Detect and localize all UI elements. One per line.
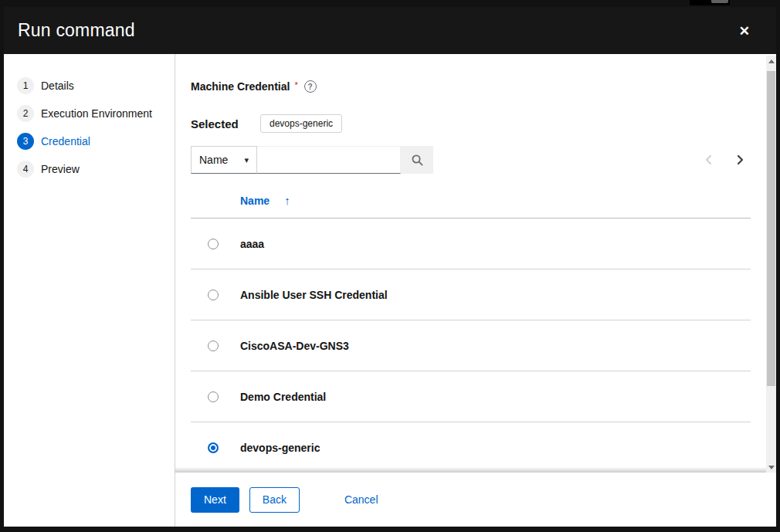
scroll-up-icon[interactable] (766, 56, 776, 66)
table-row[interactable]: Demo Credential (191, 371, 751, 422)
table-row[interactable]: CiscoASA-Dev-GNS3 (191, 320, 751, 371)
step-number-badge: 1 (17, 77, 34, 94)
machine-credential-label: Machine Credential (191, 80, 290, 93)
modal-header: Run command ✕ (4, 7, 776, 54)
list-toolbar: Name ▾ (191, 146, 766, 174)
radio-button[interactable] (208, 442, 219, 453)
page-backdrop: Run command ✕ 1 Details 2 Execution Envi… (0, 0, 780, 532)
search-input[interactable] (257, 146, 401, 174)
selected-label: Selected (191, 117, 260, 130)
step-number-badge: 3 (17, 133, 34, 150)
filter-key-value: Name (199, 154, 228, 166)
credential-name: aaaa (240, 238, 264, 250)
wizard-nav: 1 Details 2 Execution Environment 3 Cred… (4, 54, 175, 527)
wizard-step-credential[interactable]: 3 Credential (17, 133, 175, 150)
sort-ascending-icon[interactable]: ↑ (284, 194, 290, 207)
table-row[interactable]: devops-generic (191, 422, 751, 473)
wizard-step-preview[interactable]: 4 Preview (17, 161, 175, 178)
selected-credential-chip: devops-generic (260, 114, 342, 133)
credential-name: Ansible User SSH Credential (240, 289, 388, 301)
run-command-modal: Run command ✕ 1 Details 2 Execution Envi… (4, 7, 776, 527)
radio-button[interactable] (208, 341, 219, 351)
step-label: Details (41, 80, 74, 92)
credential-list: aaaa Ansible User SSH Credential CiscoAS… (191, 219, 751, 473)
credential-name: CiscoASA-Dev-GNS3 (240, 340, 349, 352)
pagination (704, 146, 745, 174)
back-button[interactable]: Back (249, 487, 300, 513)
scrollbar-thumb[interactable] (767, 71, 775, 386)
chevron-right-icon[interactable] (735, 154, 745, 165)
next-button[interactable]: Next (191, 487, 239, 513)
help-icon[interactable]: ? (304, 80, 317, 93)
selected-row: Selected devops-generic (191, 114, 766, 133)
step-label: Execution Environment (41, 107, 152, 120)
search-button[interactable] (401, 146, 433, 174)
wizard-step-details[interactable]: 1 Details (17, 77, 175, 94)
caret-down-icon: ▾ (244, 155, 249, 165)
step-label: Preview (41, 163, 80, 175)
step-label: Credential (41, 135, 90, 147)
backdrop-notch (711, 0, 728, 3)
table-row[interactable]: aaaa (191, 219, 751, 269)
credential-name: Demo Credential (240, 391, 326, 403)
vertical-scrollbar[interactable] (766, 56, 776, 473)
required-asterisk: * (294, 80, 297, 90)
radio-button[interactable] (208, 239, 219, 249)
radio-button[interactable] (208, 391, 219, 402)
close-icon[interactable]: ✕ (736, 21, 753, 40)
credential-name: devops-generic (240, 442, 320, 454)
filter-key-select[interactable]: Name ▾ (191, 146, 257, 174)
scroll-down-icon[interactable] (766, 462, 776, 473)
modal-body: 1 Details 2 Execution Environment 3 Cred… (4, 54, 776, 527)
table-row[interactable]: Ansible User SSH Credential (191, 269, 751, 320)
credential-step-content: Machine Credential * ? Selected devops-g… (175, 54, 776, 527)
step-number-badge: 4 (17, 161, 34, 178)
cancel-button[interactable]: Cancel (344, 493, 378, 506)
column-header-name[interactable]: Name (240, 195, 270, 207)
field-label-row: Machine Credential * ? (191, 80, 766, 93)
table-header: Name ↑ (191, 195, 751, 219)
modal-title: Run command (18, 20, 135, 41)
modal-footer: Next Back Cancel (175, 473, 776, 527)
step-number-badge: 2 (17, 105, 34, 122)
credential-scroll-area: Machine Credential * ? Selected devops-g… (175, 54, 766, 473)
search-icon (411, 154, 424, 167)
chevron-left-icon[interactable] (704, 154, 714, 165)
radio-button[interactable] (208, 290, 219, 300)
wizard-step-execution-environment[interactable]: 2 Execution Environment (17, 105, 175, 122)
